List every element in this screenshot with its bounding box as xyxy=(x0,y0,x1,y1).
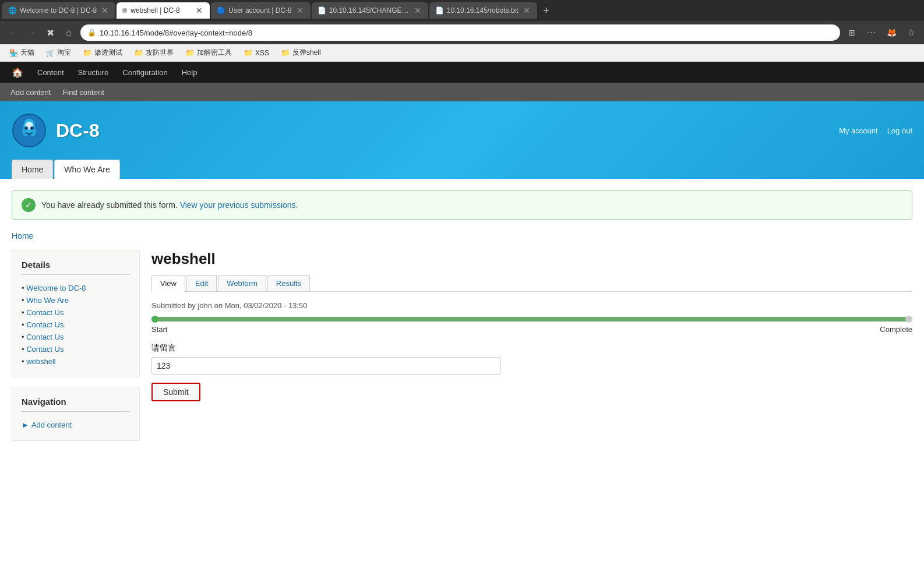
submit-button[interactable]: Submit xyxy=(151,383,200,401)
nav-buttons: ← → ✖ ⌂ xyxy=(5,24,77,41)
folder-icon-4: 📁 xyxy=(244,48,253,57)
bookmark-icon: 🏪 xyxy=(9,49,18,57)
sidebar-link-welcome[interactable]: Welcome to DC-8 xyxy=(22,282,130,294)
tab-edit[interactable]: Edit xyxy=(186,275,217,291)
firefox-button[interactable]: 🦊 xyxy=(883,24,900,41)
tab-close-2[interactable]: ✕ xyxy=(195,6,204,15)
admin-help[interactable]: Help xyxy=(175,62,204,83)
breadcrumb[interactable]: Home xyxy=(12,231,912,241)
browser-chrome: 🌐 Welcome to DC-8 | DC-8 ✕ webshell | DC… xyxy=(0,0,924,62)
admin-configuration[interactable]: Configuration xyxy=(115,62,174,83)
folder-icon-2: 📁 xyxy=(134,48,143,57)
drupal-logo xyxy=(12,113,47,148)
submission-info: Submitted by john on Mon, 03/02/2020 - 1… xyxy=(151,301,912,310)
bookmark-label-7: 反弹shell xyxy=(292,48,321,58)
bookmark-ctf[interactable]: 📁 攻防世界 xyxy=(129,47,178,59)
bookmark-crypto[interactable]: 📁 加解密工具 xyxy=(181,47,237,59)
security-icon: 🔒 xyxy=(87,29,96,37)
triangle-icon: ► xyxy=(22,421,29,429)
tab-view[interactable]: View xyxy=(151,275,185,292)
form-input-message[interactable] xyxy=(151,357,501,375)
tab-results[interactable]: Results xyxy=(267,275,310,291)
new-tab-button[interactable]: + xyxy=(538,2,555,19)
success-link[interactable]: View your previous submissions. xyxy=(180,200,298,210)
tab-title-2: webshell | DC-8 xyxy=(131,6,191,15)
sidebar-navigation-block: Navigation ► Add content xyxy=(12,387,140,441)
tab-favicon-3: 🔵 xyxy=(217,6,225,15)
bookmark-label-5: 加解密工具 xyxy=(197,48,232,58)
site-header: DC-8 My account Log out Home Who We Are xyxy=(0,101,924,179)
admin-home[interactable]: 🏠 xyxy=(5,62,30,83)
back-button[interactable]: ← xyxy=(5,24,21,41)
tab-changelog[interactable]: 📄 10.10.16.145/CHANGELOG.txt ✕ xyxy=(312,2,428,19)
home-button[interactable]: ⌂ xyxy=(61,24,77,41)
sidebar-link-webshell[interactable]: webshell xyxy=(22,355,130,368)
sidebar-navigation-title: Navigation xyxy=(22,397,130,412)
bookmark-button[interactable]: ☆ xyxy=(903,24,919,41)
bookmark-label: 天猫 xyxy=(20,48,34,58)
tab-title-1: Welcome to DC-8 | DC-8 xyxy=(20,6,97,15)
content-tabs: View Edit Webform Results xyxy=(151,275,912,292)
tab-welcome[interactable]: 🌐 Welcome to DC-8 | DC-8 ✕ xyxy=(2,2,115,19)
sidebar-link-contact-1[interactable]: Contact Us xyxy=(22,306,130,319)
sidebar-link-contact-2[interactable]: Contact Us xyxy=(22,319,130,331)
tab-close-4[interactable]: ✕ xyxy=(413,6,422,15)
sub-add-content[interactable]: Add content xyxy=(5,83,57,101)
sidebar-add-content[interactable]: ► Add content xyxy=(22,419,130,431)
menu-button[interactable]: ⋯ xyxy=(863,24,880,41)
tab-close-5[interactable]: ✕ xyxy=(522,6,531,15)
site-header-inner: DC-8 My account Log out xyxy=(0,113,924,160)
tab-title-5: 10.10.16.145/robots.txt xyxy=(447,6,519,15)
admin-content[interactable]: Content xyxy=(30,62,71,83)
tab-user-account[interactable]: 🔵 User account | DC-8 ✕ xyxy=(211,2,311,19)
tab-title-3: User account | DC-8 xyxy=(228,6,292,15)
bookmark-xss[interactable]: 📁 XSS xyxy=(239,47,274,58)
sidebar-link-contact-3[interactable]: Contact Us xyxy=(22,331,130,343)
sidebar-details-block: Details Welcome to DC-8 Who We Are Conta… xyxy=(12,250,140,377)
nav-tab-home[interactable]: Home xyxy=(12,160,53,179)
nav-tab-who-we-are[interactable]: Who We Are xyxy=(54,160,119,179)
tab-robots[interactable]: 📄 10.10.16.145/robots.txt ✕ xyxy=(429,2,537,19)
bookmark-icon-2: 🛒 xyxy=(46,49,55,57)
content-main: webshell View Edit Webform Results Submi… xyxy=(151,250,912,450)
success-message: ✓ You have already submitted this form. … xyxy=(12,190,912,220)
svg-point-6 xyxy=(30,126,34,130)
forward-button[interactable]: → xyxy=(23,24,40,41)
bookmark-tianmao[interactable]: 🏪 天猫 xyxy=(5,47,39,59)
progress-container: Start Complete xyxy=(151,317,912,334)
toolbar-right: ⊞ ⋯ 🦊 ☆ xyxy=(844,24,919,41)
progress-dot-end xyxy=(905,316,912,323)
tab-webform[interactable]: Webform xyxy=(218,275,266,291)
admin-structure[interactable]: Structure xyxy=(71,62,116,83)
log-out-link[interactable]: Log out xyxy=(887,126,912,135)
folder-icon-5: 📁 xyxy=(281,48,290,57)
tab-bar: 🌐 Welcome to DC-8 | DC-8 ✕ webshell | DC… xyxy=(0,0,924,21)
tab-dot-2 xyxy=(122,8,127,13)
tab-webshell[interactable]: webshell | DC-8 ✕ xyxy=(117,2,210,19)
success-icon: ✓ xyxy=(22,198,36,212)
tab-close-1[interactable]: ✕ xyxy=(100,6,110,15)
progress-start-label: Start xyxy=(151,325,167,334)
tab-close-3[interactable]: ✕ xyxy=(295,6,305,15)
sub-find-content[interactable]: Find content xyxy=(57,83,110,101)
bookmark-label-3: 渗透测试 xyxy=(94,48,122,58)
main-content: ✓ You have already submitted this form. … xyxy=(0,179,924,528)
content-layout: Details Welcome to DC-8 Who We Are Conta… xyxy=(12,250,912,450)
url-bar[interactable]: 🔒 10.10.16.145/node/8#overlay-context=no… xyxy=(80,24,840,41)
bookmark-label-6: XSS xyxy=(255,49,269,57)
bookmark-shell[interactable]: 📁 反弹shell xyxy=(276,47,326,59)
site-title: DC-8 xyxy=(56,120,100,142)
reload-button[interactable]: ✖ xyxy=(42,24,58,41)
my-account-link[interactable]: My account xyxy=(839,126,877,135)
bookmark-taobao[interactable]: 🛒 淘宝 xyxy=(41,47,76,59)
sidebar-link-who-we-are[interactable]: Who We Are xyxy=(22,294,130,306)
tab-favicon-5: 📄 xyxy=(435,6,443,15)
sidebar-details-title: Details xyxy=(22,260,130,275)
bookmark-pentest[interactable]: 📁 渗透测试 xyxy=(78,47,127,59)
sidebar-link-contact-4[interactable]: Contact Us xyxy=(22,343,130,355)
header-links: My account Log out xyxy=(839,126,912,135)
extensions-button[interactable]: ⊞ xyxy=(844,24,860,41)
site-logo-area: DC-8 xyxy=(12,113,100,148)
bookmarks-bar: 🏪 天猫 🛒 淘宝 📁 渗透测试 📁 攻防世界 📁 加解密工具 📁 XSS 📁 … xyxy=(0,44,924,62)
address-bar: ← → ✖ ⌂ 🔒 10.10.16.145/node/8#overlay-co… xyxy=(0,21,924,44)
